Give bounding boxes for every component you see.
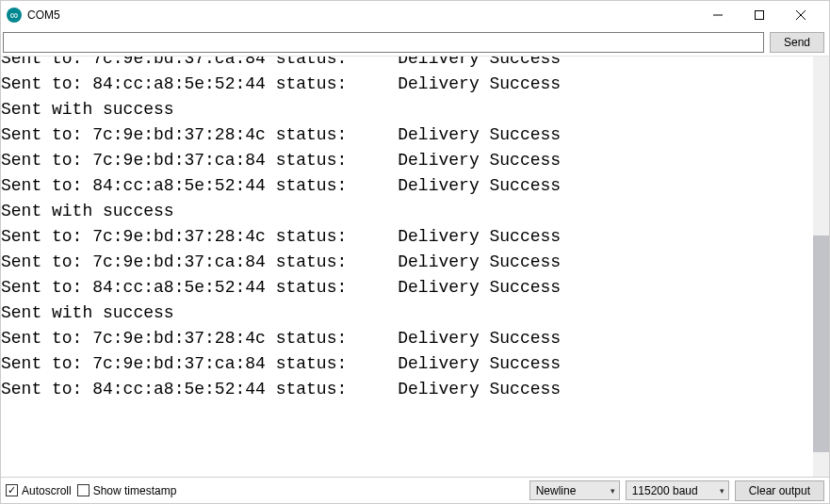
maximize-button[interactable] (739, 2, 780, 28)
serial-input[interactable] (3, 32, 764, 53)
arduino-icon (7, 8, 22, 23)
line-ending-value: Newline (536, 484, 577, 497)
baud-value: 115200 baud (632, 484, 698, 497)
output-area: Sent to: 7c:9e:bd:37:ca:84 status: Deliv… (1, 56, 829, 477)
scrollbar-thumb[interactable] (813, 236, 829, 452)
send-button[interactable]: Send (770, 32, 824, 53)
footer-bar: ✓ Autoscroll Show timestamp Newline ▾ 11… (1, 477, 829, 503)
window-title: COM5 (27, 8, 60, 22)
chevron-down-icon: ▾ (610, 486, 615, 496)
checkbox-icon (77, 484, 90, 496)
svg-rect-1 (756, 11, 764, 20)
serial-output: Sent to: 7c:9e:bd:37:ca:84 status: Deliv… (1, 56, 813, 460)
titlebar: COM5 (1, 1, 829, 29)
clear-output-button[interactable]: Clear output (735, 480, 824, 501)
timestamp-label: Show timestamp (93, 484, 177, 497)
autoscroll-checkbox[interactable]: ✓ Autoscroll (6, 484, 72, 497)
baud-select[interactable]: 115200 baud ▾ (626, 480, 729, 500)
chevron-down-icon: ▾ (720, 486, 724, 496)
autoscroll-label: Autoscroll (22, 484, 72, 497)
line-ending-select[interactable]: Newline ▾ (529, 480, 620, 500)
send-row: Send (1, 29, 829, 56)
vertical-scrollbar[interactable] (813, 57, 829, 477)
checkbox-icon: ✓ (6, 484, 18, 496)
close-button[interactable] (780, 2, 822, 28)
timestamp-checkbox[interactable]: Show timestamp (77, 484, 177, 497)
minimize-button[interactable] (697, 2, 739, 28)
